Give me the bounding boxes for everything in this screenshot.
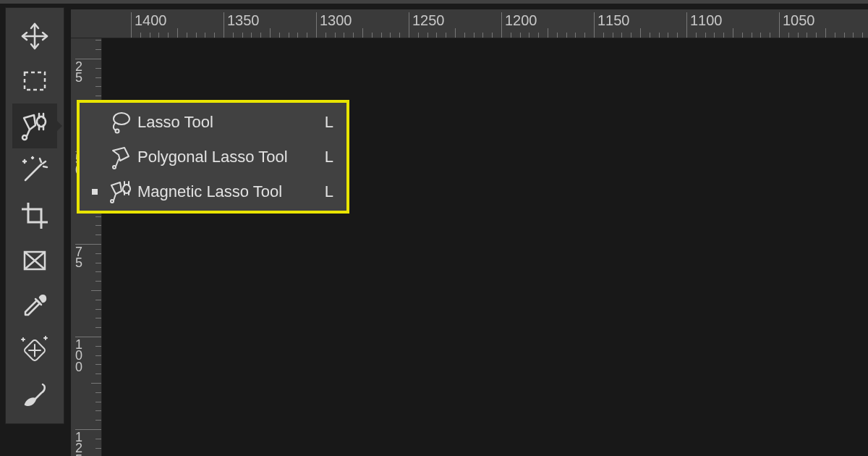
svg-point-5 (116, 129, 119, 132)
svg-point-1 (22, 135, 27, 140)
flyout-item-label: Polygonal Lasso Tool (137, 148, 325, 166)
flyout-item-lasso[interactable]: Lasso Tool L (80, 105, 346, 140)
selected-marker (85, 189, 104, 195)
svg-point-7 (111, 200, 114, 203)
brush-icon (20, 380, 50, 410)
horizontal-ruler[interactable]: 1400135013001250120011501100105010 (71, 9, 868, 38)
flyout-item-magnetic-lasso[interactable]: Magnetic Lasso Tool L (80, 174, 346, 209)
top-options-bar (0, 0, 868, 4)
svg-point-4 (114, 113, 129, 124)
lasso-tool-flyout: Lasso Tool L Polygonal Lasso Tool L Magn (77, 100, 349, 214)
flyout-item-label: Magnetic Lasso Tool (137, 182, 325, 201)
magnetic-lasso-icon (104, 180, 137, 204)
marquee-icon (20, 66, 50, 96)
move-tool[interactable] (12, 14, 57, 59)
eyedropper-icon (20, 290, 50, 321)
lasso-icon (104, 110, 137, 135)
tools-panel (5, 7, 64, 424)
svg-rect-0 (25, 72, 45, 90)
ruler-tick-label: 75 (75, 244, 102, 269)
magic-wand-icon (20, 156, 50, 186)
flyout-item-label: Lasso Tool (137, 113, 325, 132)
magnetic-lasso-icon (20, 111, 50, 141)
ruler-corner (71, 9, 102, 38)
crop-tool[interactable] (12, 193, 57, 238)
healing-brush-icon (20, 335, 50, 366)
healing-brush-tool[interactable] (12, 328, 57, 373)
frame-icon (20, 245, 50, 276)
crop-icon (20, 200, 50, 231)
frame-tool[interactable] (12, 238, 57, 283)
flyout-item-polygonal-lasso[interactable]: Polygonal Lasso Tool L (80, 140, 346, 174)
magic-wand-tool[interactable] (12, 148, 57, 193)
flyout-item-shortcut: L (325, 148, 333, 166)
rectangular-marquee-tool[interactable] (12, 59, 57, 104)
flyout-item-shortcut: L (325, 113, 333, 132)
eyedropper-tool[interactable] (12, 283, 57, 328)
lasso-tool[interactable] (12, 104, 57, 148)
polygonal-lasso-icon (104, 145, 137, 169)
svg-point-6 (113, 166, 116, 169)
ruler-tick-label: 125 (75, 429, 102, 456)
brush-tool[interactable] (12, 373, 57, 418)
move-icon (20, 21, 50, 51)
ruler-tick-label: 25 (75, 59, 102, 84)
flyout-item-shortcut: L (325, 182, 333, 201)
